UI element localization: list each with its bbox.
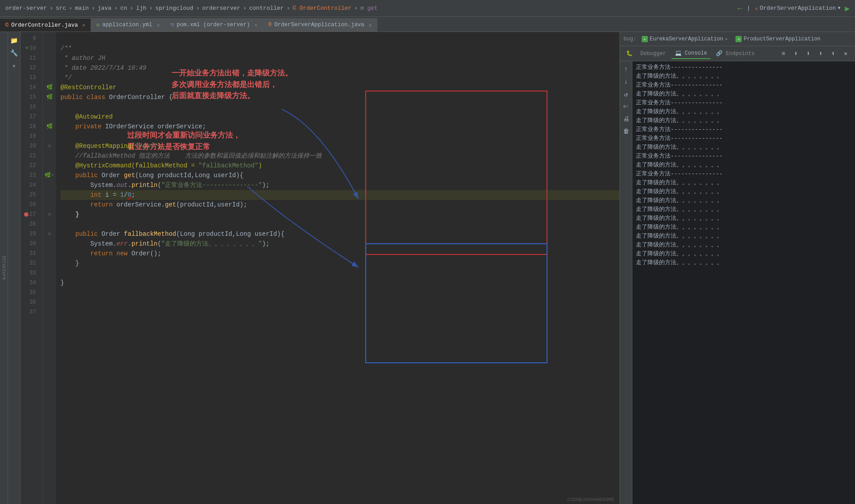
gutter-36 bbox=[43, 298, 56, 307]
java-icon: © bbox=[268, 22, 272, 28]
gutter-22 bbox=[43, 161, 56, 171]
code-line-24: System . out . println ( "正常业务方法--------… bbox=[60, 180, 619, 190]
dropdown-icon[interactable]: ▼ bbox=[838, 6, 840, 11]
code-line-14: @RestController bbox=[60, 83, 619, 92]
line-num-19: 19 bbox=[20, 131, 39, 141]
eureka-app-tab[interactable]: ☕ EurekaServerApplication ✕ bbox=[639, 35, 731, 43]
breadcrumb-item[interactable]: order-server bbox=[5, 5, 47, 12]
trash-btn[interactable]: 🗑 bbox=[620, 126, 632, 137]
tab-pom-xml[interactable]: m pom.xml (order-server) ✕ bbox=[165, 18, 263, 32]
console-line-10: 走了降级的方法。。。。。。。。 bbox=[636, 143, 851, 152]
close-icon[interactable]: ✕ bbox=[82, 22, 85, 28]
console-line-13: 正常业务方法--------------- bbox=[636, 170, 851, 179]
gutter-37 bbox=[43, 307, 56, 317]
breadcrumb-controller[interactable]: © OrderController bbox=[292, 5, 352, 12]
circle-icon-20: ○ bbox=[48, 141, 51, 151]
scroll-up-btn[interactable]: ⬆ bbox=[790, 48, 802, 59]
line-num-32: 32 bbox=[20, 258, 39, 268]
breadcrumb-item[interactable]: springcloud bbox=[155, 5, 193, 12]
product-app-name: ProductServerApplication bbox=[743, 36, 820, 42]
debugger-panel: bug: ☕ EurekaServerApplication ✕ ☕ Produ… bbox=[619, 32, 855, 504]
tab-debugger[interactable]: Debugger bbox=[637, 49, 670, 59]
sidebar-left: 📁 🔧 ★ bbox=[8, 32, 20, 504]
breadcrumb-item[interactable]: cn bbox=[120, 5, 128, 12]
line-num-27: 27 bbox=[20, 210, 39, 219]
scroll-down-btn[interactable]: ⬇ bbox=[803, 48, 814, 59]
app-selector[interactable]: ☕ OrderServerApplication ▼ bbox=[755, 5, 840, 12]
field-orderservice: orderService bbox=[157, 122, 202, 131]
nav-up-btn[interactable]: ↑ bbox=[620, 64, 632, 75]
breadcrumb-item[interactable]: orderserver bbox=[202, 5, 240, 12]
line-num-30: 30 bbox=[20, 239, 39, 249]
system-class-30: System bbox=[90, 239, 112, 249]
interface-iorder: IOrderService bbox=[105, 122, 154, 131]
tab-application-yml[interactable]: ⚙ application.yml ✕ bbox=[91, 18, 165, 32]
breadcrumb-item[interactable]: src bbox=[56, 5, 66, 12]
close-icon[interactable]: ✕ bbox=[157, 22, 160, 28]
product-app-tab[interactable]: ☕ ProductServerApplication bbox=[733, 35, 823, 43]
breadcrumb-item[interactable]: controller bbox=[249, 5, 284, 12]
breadcrumb-sep: › bbox=[130, 5, 133, 12]
code-line-20: @RequestMapping( "/get" ) bbox=[60, 141, 619, 151]
code-lines[interactable]: /** * author JH * date 2022/7/14 10:49 *… bbox=[56, 32, 619, 504]
number-1: 1 bbox=[120, 190, 124, 200]
nav-down-btn[interactable]: ↓ bbox=[620, 76, 632, 87]
console-line-14: 走了降级的方法。。。。。。。。 bbox=[636, 179, 851, 187]
structure-icon[interactable]: 🔧 bbox=[9, 48, 19, 58]
breadcrumb-item[interactable]: ljh bbox=[136, 5, 146, 12]
filter-btn[interactable]: ≡↑ bbox=[620, 101, 632, 112]
keyword-return-26: return bbox=[90, 200, 112, 210]
close-icon[interactable]: ✕ bbox=[254, 22, 257, 28]
line-num-36: 36 bbox=[20, 298, 39, 307]
fold-icon[interactable]: ≡ bbox=[26, 44, 28, 53]
tab-bar: © OrderController.java ✕ ⚙ application.y… bbox=[0, 17, 855, 32]
editor-area[interactable]: 一开始业务方法出错，走降级方法。 多次调用业务方法都是出错后， 后面就直接走降级… bbox=[20, 32, 619, 504]
breadcrumb-right: ← | ☕ OrderServerApplication ▼ ▶ bbox=[738, 4, 850, 13]
gutter-15: 🌿 bbox=[43, 92, 56, 102]
keyword-public-29: public bbox=[76, 229, 98, 239]
close-console-btn[interactable]: ✕ bbox=[840, 48, 851, 59]
debug-header: bug: ☕ EurekaServerApplication ✕ ☕ Produ… bbox=[620, 32, 855, 46]
line-num-24: 24 bbox=[20, 180, 39, 190]
console-output[interactable]: 正常业务方法--------------- 走了降级的方法。。。。。。。。 正常… bbox=[632, 61, 855, 504]
print-btn[interactable]: 🖨 bbox=[620, 114, 632, 124]
scroll-top-btn[interactable]: ⬆ bbox=[815, 48, 827, 59]
close-icon[interactable]: ✕ bbox=[369, 22, 372, 28]
console-line-6: 走了降级的方法。。。。。。。。 bbox=[636, 107, 851, 116]
tab-endpoints[interactable]: 🔗 Endpoints bbox=[712, 48, 758, 59]
clear-btn[interactable]: ≡ bbox=[778, 48, 789, 59]
nav-back-icon[interactable]: ← bbox=[738, 4, 743, 13]
code-line-29: public Order fallbackMethod ( Long produ… bbox=[60, 229, 619, 239]
line-num-26: 26 bbox=[20, 200, 39, 210]
breadcrumb-item[interactable]: main bbox=[75, 5, 89, 12]
circle-icon-23: ○ bbox=[51, 171, 54, 180]
debugger-tab-btn[interactable]: 🐛 bbox=[623, 48, 635, 59]
tab-console[interactable]: 💻 Console bbox=[671, 48, 711, 59]
line-num-33: 33 bbox=[20, 268, 39, 278]
breadcrumb-sep: › bbox=[92, 5, 95, 12]
gutter-23: 🌿 ○ bbox=[43, 171, 56, 180]
favorites-icon[interactable]: ★ bbox=[9, 60, 19, 70]
breadcrumb-item[interactable]: java bbox=[98, 5, 112, 12]
code-line-25: int i = 1 / 0 ; bbox=[60, 190, 619, 200]
close-eureka-icon[interactable]: ✕ bbox=[725, 36, 727, 42]
breadcrumb-method[interactable]: m get bbox=[360, 5, 378, 12]
tab-label: application.yml bbox=[102, 22, 152, 28]
breakpoint-dot[interactable] bbox=[24, 212, 28, 217]
breadcrumb-sep: › bbox=[354, 5, 358, 12]
tab-ordercontroller[interactable]: © OrderController.java ✕ bbox=[0, 18, 91, 32]
code-container: 9 ≡10 11 12 13 14 15 16 17 18 19 20 21 2… bbox=[20, 32, 619, 504]
project-icon[interactable]: 📁 bbox=[9, 36, 19, 45]
gutter-29: ○ bbox=[43, 229, 56, 239]
println-method-30: println bbox=[132, 239, 158, 249]
scroll-bottom-btn[interactable]: ⬆ bbox=[827, 48, 839, 59]
run-icon[interactable]: ▶ bbox=[845, 4, 850, 13]
code-line-33 bbox=[60, 268, 619, 278]
product-icon: ☕ bbox=[735, 36, 742, 42]
gutter-19 bbox=[43, 131, 56, 141]
refresh-btn[interactable]: ↺ bbox=[620, 89, 632, 99]
keyword-public: public bbox=[60, 92, 83, 102]
console-line-4: 走了降级的方法。。。。。。。。 bbox=[636, 90, 851, 99]
tab-orderapplication[interactable]: © OrderServerApplication.java ✕ bbox=[263, 18, 377, 32]
console-line-15: 走了降级的方法。。。。。。。。 bbox=[636, 187, 851, 196]
